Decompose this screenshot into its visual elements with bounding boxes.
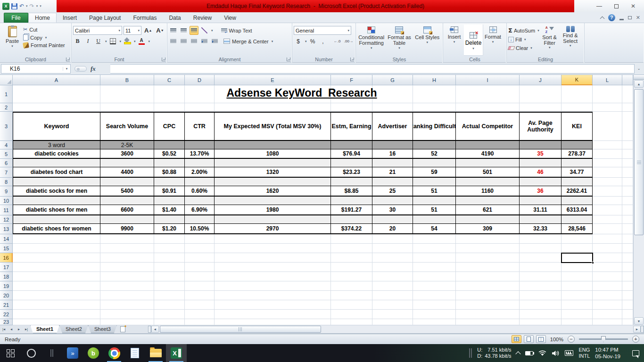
- cell-C19[interactable]: [154, 281, 185, 291]
- cortana-button[interactable]: [21, 344, 41, 362]
- cell-L15[interactable]: [593, 244, 622, 253]
- cell-G16[interactable]: [372, 253, 413, 263]
- cell-I20[interactable]: [456, 291, 520, 300]
- column-header-I[interactable]: I: [456, 75, 520, 85]
- cell-I13[interactable]: 309: [456, 224, 520, 234]
- column-header-C[interactable]: C: [154, 75, 185, 85]
- cell-C17[interactable]: [154, 263, 185, 272]
- cell-J8[interactable]: [520, 178, 561, 186]
- increase-decimal-button[interactable]: ←.0: [333, 37, 342, 46]
- cell-F7[interactable]: $23.23: [331, 167, 372, 178]
- language-indicator[interactable]: ENG INTL: [578, 347, 590, 359]
- row-header-12[interactable]: 12: [0, 215, 13, 224]
- sort-filter-button[interactable]: AZ Sort & Filter▾: [539, 25, 560, 56]
- cell-H19[interactable]: [413, 281, 456, 291]
- cell-F9[interactable]: $8.85: [331, 186, 372, 197]
- excel-app-icon[interactable]: X: [2, 3, 9, 10]
- align-bottom-button[interactable]: [190, 26, 198, 35]
- scroll-down-button[interactable]: ▼: [634, 317, 644, 325]
- cell-E3[interactable]: My Expected MSV (Total MSV 30%): [215, 112, 331, 141]
- row-header-14[interactable]: 14: [0, 234, 13, 244]
- previous-sheet-button[interactable]: ◂: [8, 325, 15, 333]
- cell-F4[interactable]: [331, 141, 372, 149]
- cell-x5[interactable]: [622, 149, 633, 159]
- cell-C9[interactable]: $0.91: [154, 186, 185, 197]
- minimize-ribbon-icon[interactable]: [600, 16, 604, 21]
- cell-A15[interactable]: [13, 244, 100, 253]
- cell-x20[interactable]: [622, 291, 633, 300]
- cell-D12[interactable]: [185, 215, 215, 224]
- column-header-J[interactable]: J: [520, 75, 561, 85]
- cell-F16[interactable]: [331, 253, 372, 263]
- font-family-select[interactable]: Calibri▾: [73, 26, 122, 35]
- cell-F3[interactable]: Estm, Earning: [331, 112, 372, 141]
- cell-L17[interactable]: [593, 263, 622, 272]
- cell-I2[interactable]: [456, 103, 520, 112]
- cell-C22[interactable]: [154, 310, 185, 319]
- row-header-1[interactable]: 1: [0, 85, 13, 103]
- cell-B8[interactable]: [100, 178, 154, 186]
- cell-x23[interactable]: [622, 319, 633, 325]
- cell-F10[interactable]: [331, 197, 372, 205]
- net-speed-indicator[interactable]: U:7.51 kbit/s D:43.78 kbit/s: [477, 347, 511, 359]
- cell-G12[interactable]: [372, 215, 413, 224]
- cell-E23[interactable]: [215, 319, 331, 325]
- cell-J3[interactable]: Av. Page Authority: [520, 112, 561, 141]
- row-header-19[interactable]: 19: [0, 281, 13, 291]
- cell-J20[interactable]: [520, 291, 561, 300]
- cell-D21[interactable]: [185, 300, 215, 310]
- cell-G15[interactable]: [372, 244, 413, 253]
- maximize-button[interactable]: [614, 4, 619, 8]
- cell-H8[interactable]: [413, 178, 456, 186]
- cell-K6[interactable]: [561, 159, 593, 167]
- insert-worksheet-button[interactable]: [117, 325, 129, 333]
- cell-L7[interactable]: [593, 167, 622, 178]
- row-header-9[interactable]: 9: [0, 186, 13, 197]
- cell-A10[interactable]: [13, 197, 100, 205]
- zoom-slider[interactable]: [579, 338, 628, 340]
- selection-box[interactable]: [561, 253, 593, 263]
- italic-button[interactable]: I: [83, 37, 92, 46]
- cell-C23[interactable]: [154, 319, 185, 325]
- bold-button[interactable]: B: [73, 37, 82, 46]
- cell-J12[interactable]: [520, 215, 561, 224]
- cell-F12[interactable]: [331, 215, 372, 224]
- underline-dropdown-icon[interactable]: ▾: [105, 40, 107, 43]
- cell-H6[interactable]: [413, 159, 456, 167]
- cell-H20[interactable]: [413, 291, 456, 300]
- cell-J22[interactable]: [520, 310, 561, 319]
- cell-E21[interactable]: [215, 300, 331, 310]
- tab-home[interactable]: Home: [28, 13, 57, 23]
- normal-view-button[interactable]: [512, 335, 521, 343]
- cell-L20[interactable]: [593, 291, 622, 300]
- cell-A6[interactable]: [13, 159, 100, 167]
- cell-G11[interactable]: 30: [372, 205, 413, 215]
- cell-x16[interactable]: [622, 253, 633, 263]
- cell-A4[interactable]: 3 word: [13, 141, 100, 149]
- cell-C16[interactable]: [154, 253, 185, 263]
- column-header-H[interactable]: H: [413, 75, 456, 85]
- cell-L9[interactable]: [593, 186, 622, 197]
- cell-I14[interactable]: [456, 234, 520, 244]
- expand-formula-bar-icon[interactable]: ⌄: [635, 64, 643, 74]
- cell-K14[interactable]: [561, 234, 593, 244]
- redo-button[interactable]: ↷: [30, 3, 34, 9]
- cell-C14[interactable]: [154, 234, 185, 244]
- cell-B2[interactable]: [100, 103, 154, 112]
- row-header-17[interactable]: 17: [0, 263, 13, 272]
- cell-J17[interactable]: [520, 263, 561, 272]
- clipboard-dialog-launcher[interactable]: [66, 58, 70, 61]
- name-box-dropdown-icon[interactable]: ▾: [63, 67, 70, 71]
- cell-E4[interactable]: [215, 141, 331, 149]
- cell-F13[interactable]: $374.22: [331, 224, 372, 234]
- cell-x3[interactable]: [622, 112, 633, 141]
- cell-J4[interactable]: [520, 141, 561, 149]
- zoom-in-button[interactable]: +: [632, 336, 639, 343]
- battery-icon[interactable]: [525, 351, 533, 355]
- borders-button[interactable]: [108, 37, 117, 46]
- cell-H9[interactable]: 51: [413, 186, 456, 197]
- close-button[interactable]: ✕: [631, 3, 636, 9]
- column-header-E[interactable]: E: [215, 75, 331, 85]
- cell-H13[interactable]: 54: [413, 224, 456, 234]
- cell-G10[interactable]: [372, 197, 413, 205]
